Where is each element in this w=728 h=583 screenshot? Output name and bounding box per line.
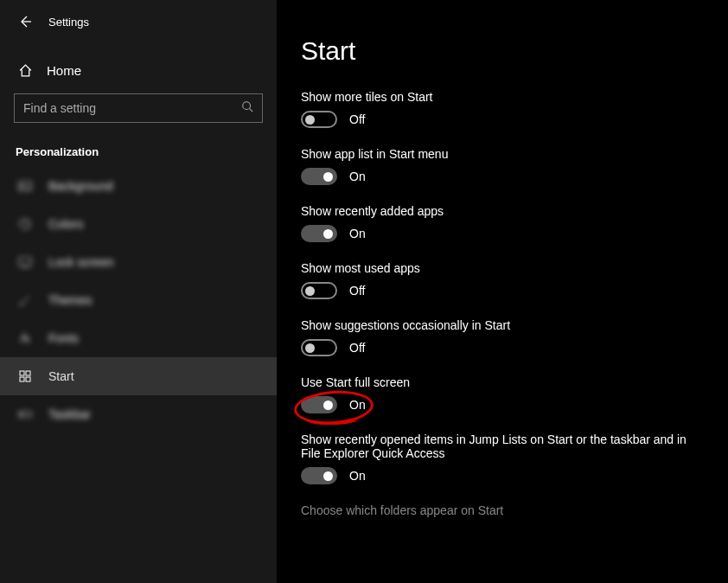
window-title: Settings <box>48 16 89 29</box>
setting-label: Show most used apps <box>301 261 704 275</box>
search-box[interactable] <box>14 93 263 123</box>
svg-point-3 <box>20 219 30 229</box>
home-label: Home <box>47 63 81 78</box>
page-title: Start <box>301 36 704 66</box>
setting-row: Use Start full screenOn <box>301 375 704 413</box>
sidebar-item-fonts[interactable]: Fonts <box>0 319 277 357</box>
setting-row: Show app list in Start menuOn <box>301 147 704 185</box>
toggle-state-label: On <box>349 227 366 240</box>
setting-row: Show recently added appsOn <box>301 204 704 242</box>
home-icon <box>17 62 33 78</box>
picture-icon <box>17 178 33 194</box>
svg-rect-7 <box>19 258 31 266</box>
sidebar-item-themes[interactable]: Themes <box>0 281 277 319</box>
home-nav[interactable]: Home <box>0 54 277 86</box>
svg-rect-8 <box>20 304 22 305</box>
svg-point-4 <box>22 221 23 223</box>
setting-label: Show recently added apps <box>301 204 704 218</box>
sidebar: Settings Home Personalization Background… <box>0 0 277 583</box>
svg-point-5 <box>26 221 28 222</box>
toggle-state-label: Off <box>349 284 365 298</box>
sidebar-item-label: Colors <box>48 217 83 231</box>
monitor-icon <box>17 254 33 270</box>
svg-rect-9 <box>20 371 24 375</box>
brush-icon <box>17 292 33 308</box>
back-button[interactable] <box>17 14 33 29</box>
search-icon <box>241 100 253 116</box>
toggle-switch[interactable] <box>301 225 337 242</box>
toggle-switch[interactable] <box>301 282 337 299</box>
setting-label: Show app list in Start menu <box>301 147 704 161</box>
sidebar-item-background[interactable]: Background <box>0 167 277 205</box>
svg-rect-12 <box>26 377 30 381</box>
palette-icon <box>17 216 33 232</box>
toggle-switch[interactable] <box>301 396 337 413</box>
svg-rect-14 <box>21 413 23 415</box>
setting-label: Show more tiles on Start <box>301 90 704 104</box>
setting-row: Show suggestions occasionally in StartOf… <box>301 318 704 356</box>
toggle-state-label: On <box>349 170 366 183</box>
toggle-state-label: Off <box>349 112 365 126</box>
sidebar-item-label: Background <box>48 179 113 193</box>
start-icon <box>17 368 33 384</box>
setting-row: Show recently opened items in Jump Lists… <box>301 432 704 484</box>
sidebar-item-label: Start <box>48 369 74 383</box>
toggle-state-label: Off <box>349 341 365 355</box>
setting-label: Show suggestions occasionally in Start <box>301 318 704 332</box>
toggle-switch[interactable] <box>301 467 337 484</box>
sidebar-item-label: Taskbar <box>48 407 91 421</box>
setting-label: Show recently opened items in Jump Lists… <box>301 432 704 460</box>
toggle-state-label: On <box>349 398 366 412</box>
setting-label: Use Start full screen <box>301 375 704 389</box>
search-input[interactable] <box>23 101 241 115</box>
font-icon <box>17 330 33 346</box>
sidebar-item-label: Lock screen <box>48 255 113 269</box>
folders-link[interactable]: Choose which folders appear on Start <box>301 503 704 517</box>
svg-rect-11 <box>20 377 24 381</box>
sidebar-item-label: Fonts <box>48 331 79 345</box>
sidebar-item-start[interactable]: Start <box>0 357 277 395</box>
svg-rect-10 <box>26 371 30 375</box>
sidebar-item-label: Themes <box>48 293 93 307</box>
main-panel: Start Show more tiles on StartOffShow ap… <box>277 0 728 583</box>
setting-row: Show most used appsOff <box>301 261 704 299</box>
sidebar-item-colors[interactable]: Colors <box>0 205 277 243</box>
toggle-switch[interactable] <box>301 168 337 185</box>
sidebar-item-taskbar[interactable]: Taskbar <box>0 395 277 433</box>
category-label: Personalization <box>0 130 277 167</box>
toggle-switch[interactable] <box>301 111 337 128</box>
toggle-state-label: On <box>349 469 366 483</box>
svg-point-0 <box>243 102 251 110</box>
taskbar-icon <box>17 407 33 422</box>
toggle-switch[interactable] <box>301 339 337 356</box>
sidebar-item-lock-screen[interactable]: Lock screen <box>0 243 277 281</box>
setting-row: Show more tiles on StartOff <box>301 90 704 128</box>
svg-point-6 <box>27 225 29 227</box>
